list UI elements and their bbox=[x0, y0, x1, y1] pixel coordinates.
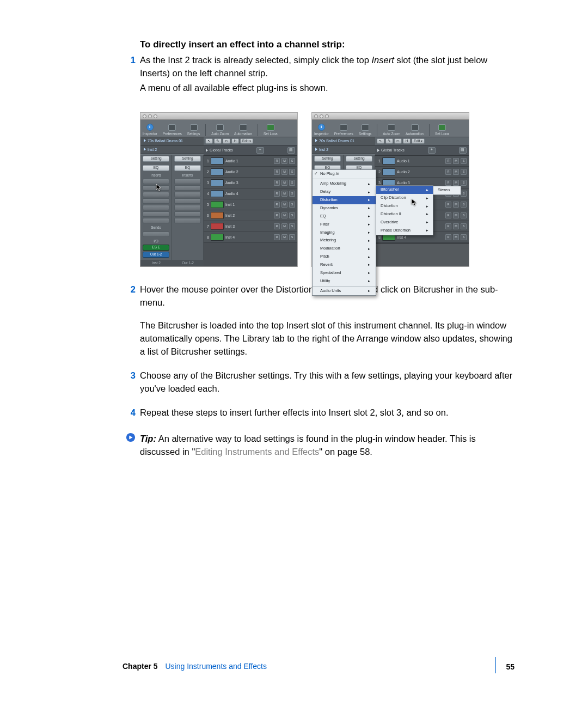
track-ctrl[interactable]: R bbox=[445, 169, 451, 175]
track-ctrl[interactable]: R bbox=[445, 158, 451, 164]
eq-slot[interactable]: EQ bbox=[174, 165, 201, 171]
track-ctrl[interactable]: R bbox=[445, 212, 451, 218]
track-ctrl[interactable]: S bbox=[289, 180, 295, 186]
track-ctrl[interactable]: S bbox=[461, 223, 467, 229]
send-slot[interactable] bbox=[143, 232, 169, 237]
global-tracks-header[interactable]: Global Tracks + ▤ bbox=[375, 145, 469, 156]
track-ctrl[interactable]: R bbox=[274, 180, 280, 186]
insert-slot[interactable] bbox=[174, 179, 201, 184]
track-row[interactable]: 1Audio 1RMS bbox=[375, 156, 469, 167]
autozoom-button[interactable]: Auto Zoom bbox=[211, 124, 229, 136]
track-ctrl[interactable]: M bbox=[453, 180, 459, 186]
insert-slot[interactable] bbox=[174, 218, 201, 223]
submenu-item[interactable]: Distortion II▸ bbox=[376, 210, 433, 218]
track-ctrl[interactable]: M bbox=[453, 212, 459, 218]
track-ctrl[interactable]: S bbox=[289, 169, 295, 175]
track-ctrl[interactable]: M bbox=[281, 234, 287, 240]
menu-item[interactable]: Pitch▸ bbox=[313, 253, 376, 261]
track-header-2[interactable]: Inst 2 bbox=[140, 146, 204, 154]
insert-slot[interactable] bbox=[174, 192, 201, 197]
track-ctrl[interactable]: M bbox=[281, 223, 287, 229]
track-row[interactable]: 3Audio 3RMS bbox=[204, 178, 297, 188]
track-ctrl[interactable]: R bbox=[274, 169, 280, 175]
submenu-item[interactable]: Overdrive▸ bbox=[376, 218, 433, 227]
track-ctrl[interactable]: S bbox=[289, 234, 295, 240]
tool-btn[interactable]: ✂ bbox=[394, 138, 402, 144]
automation-button[interactable]: Automation bbox=[234, 124, 252, 136]
menu-item[interactable]: Modulation▸ bbox=[313, 245, 376, 253]
menu-item[interactable]: Utility▸ bbox=[313, 277, 376, 285]
track-ctrl[interactable]: R bbox=[445, 234, 451, 240]
menu-item[interactable]: Filter▸ bbox=[313, 221, 376, 229]
track-ctrl[interactable]: R bbox=[274, 158, 280, 164]
tip-link[interactable]: Editing Instruments and Effects bbox=[195, 447, 319, 457]
insert-slot[interactable] bbox=[143, 205, 169, 210]
submenu-item[interactable]: Bitcrusher▸ bbox=[376, 186, 433, 194]
preferences-button[interactable]: Preferences bbox=[163, 124, 182, 136]
setlocator-button[interactable]: Set Loca bbox=[435, 124, 449, 136]
track-row[interactable]: 7Inst 3RMS bbox=[204, 221, 297, 232]
menu-item[interactable]: Delay▸ bbox=[313, 188, 376, 196]
track-row[interactable]: 1Audio 1RMS bbox=[204, 156, 297, 167]
global-tracks-header[interactable]: Global Tracks + ▤ bbox=[204, 145, 297, 156]
setting-slot[interactable]: Setting bbox=[143, 156, 169, 162]
tool-btn[interactable]: ✂ bbox=[223, 138, 230, 144]
track-ctrl[interactable]: M bbox=[281, 169, 287, 175]
insert-slot[interactable] bbox=[143, 218, 169, 223]
track-ctrl[interactable]: M bbox=[453, 158, 459, 164]
track-ctrl[interactable]: S bbox=[289, 223, 295, 229]
edit-dropdown[interactable]: Edit bbox=[412, 138, 425, 144]
setting-slot[interactable]: Setting bbox=[346, 156, 372, 162]
insert-slot[interactable] bbox=[143, 192, 169, 197]
preferences-button[interactable]: Preferences bbox=[334, 124, 353, 136]
track-ctrl[interactable]: R bbox=[274, 223, 280, 229]
output-slot[interactable]: Out 1-2 bbox=[143, 252, 169, 258]
menu-item[interactable]: Metering▸ bbox=[313, 236, 376, 245]
track-ctrl[interactable]: S bbox=[461, 180, 467, 186]
track-ctrl[interactable]: S bbox=[289, 158, 295, 164]
track-ctrl[interactable]: M bbox=[281, 180, 287, 186]
menu-item[interactable]: Amp Modeling▸ bbox=[313, 180, 376, 188]
insert-slot[interactable] bbox=[174, 185, 201, 191]
setlocator-button[interactable]: Set Loca bbox=[264, 124, 278, 136]
global-more[interactable]: ▤ bbox=[287, 147, 295, 154]
menu-item[interactable]: EQ▸ bbox=[313, 212, 376, 221]
track-ctrl[interactable]: S bbox=[461, 169, 467, 175]
global-plus[interactable]: + bbox=[256, 147, 264, 154]
tool-btn[interactable]: ↖ bbox=[205, 138, 213, 144]
menu-audio-units[interactable]: Audio Units▸ bbox=[313, 287, 376, 295]
track-ctrl[interactable]: S bbox=[289, 202, 295, 208]
track-row[interactable]: 6Inst 2RMS bbox=[204, 210, 297, 221]
track-row[interactable]: 2Audio 2RMS bbox=[375, 167, 469, 178]
global-plus[interactable]: + bbox=[428, 147, 436, 154]
plugin-menu[interactable]: No Plug-in Amp Modeling▸Delay▸Distortion… bbox=[312, 169, 376, 295]
tool-btn-h[interactable]: H bbox=[231, 138, 239, 144]
track-ctrl[interactable]: M bbox=[453, 223, 459, 229]
distortion-submenu[interactable]: Bitcrusher▸Clip Distortion▸Distortion▸Di… bbox=[376, 185, 433, 235]
eq-slot[interactable]: EQ bbox=[143, 165, 169, 171]
menu-item[interactable]: Dynamics▸ bbox=[313, 204, 376, 212]
submenu-item[interactable]: Clip Distortion▸ bbox=[376, 194, 433, 202]
insert-slot[interactable] bbox=[174, 211, 201, 217]
track-ctrl[interactable]: R bbox=[445, 223, 451, 229]
settings-button[interactable]: Settings bbox=[359, 124, 372, 136]
submenu-item[interactable]: Distortion▸ bbox=[376, 202, 433, 210]
menu-item[interactable]: Reverb▸ bbox=[313, 261, 376, 269]
insert-slot[interactable] bbox=[143, 198, 169, 204]
insert-slot[interactable] bbox=[143, 211, 169, 217]
track-ctrl[interactable]: M bbox=[281, 191, 287, 197]
track-ctrl[interactable]: M bbox=[453, 169, 459, 175]
track-ctrl[interactable]: S bbox=[461, 158, 467, 164]
edit-dropdown[interactable]: Edit bbox=[240, 138, 253, 144]
automation-button[interactable]: Automation bbox=[406, 124, 424, 136]
tool-btn-h[interactable]: H bbox=[403, 138, 411, 144]
insert-slot[interactable] bbox=[174, 205, 201, 210]
track-ctrl[interactable]: R bbox=[274, 202, 280, 208]
tool-btn[interactable]: ↖ bbox=[377, 138, 384, 144]
track-row[interactable]: 2Audio 2RMS bbox=[204, 167, 297, 178]
setting-slot[interactable]: Setting bbox=[174, 156, 201, 162]
submenu-item[interactable]: Phase Distortion▸ bbox=[376, 227, 433, 235]
settings-button[interactable]: Settings bbox=[187, 124, 200, 136]
track-row[interactable]: 5Inst 1RMS bbox=[204, 199, 297, 210]
track-ctrl[interactable]: S bbox=[461, 202, 467, 208]
